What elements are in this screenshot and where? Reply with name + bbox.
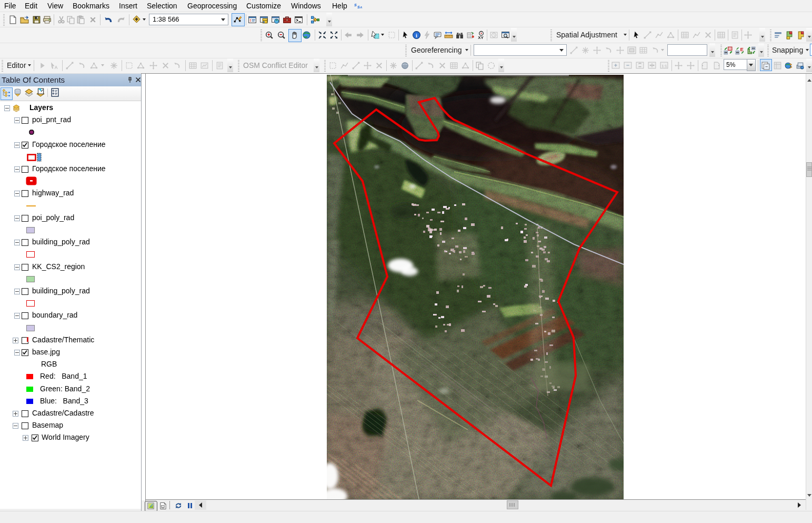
svg-text:1:1: 1:1 xyxy=(661,64,667,68)
svg-text:XY: XY xyxy=(478,35,484,40)
svg-text:sA: sA xyxy=(357,4,362,9)
svg-text:s: s xyxy=(354,2,357,7)
svg-text:E: E xyxy=(740,46,744,52)
svg-text:i: i xyxy=(416,33,417,38)
svg-text:A: A xyxy=(55,65,58,70)
